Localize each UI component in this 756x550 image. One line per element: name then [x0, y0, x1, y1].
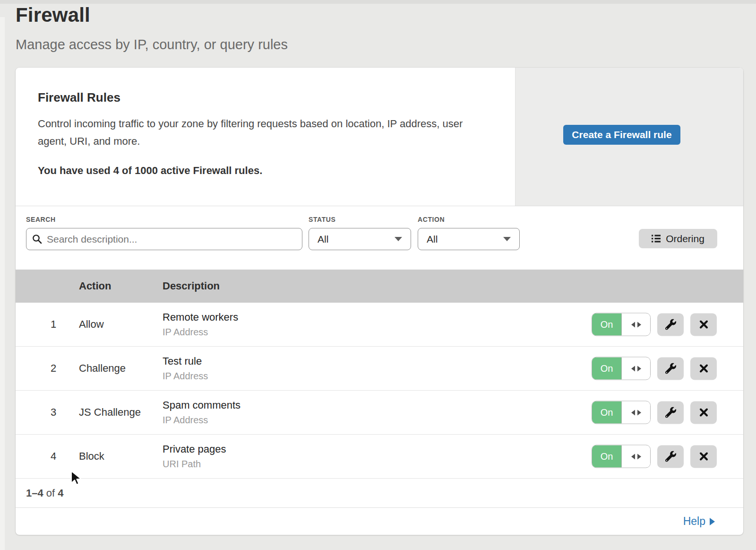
toggle-handle[interactable] [621, 314, 650, 336]
help-bar: Help [16, 508, 743, 535]
rule-match-field: IP Address [163, 415, 241, 426]
table-row: 3 JS Challenge Spam comments IP Address … [16, 391, 743, 435]
arrow-right-icon [637, 454, 641, 459]
rule-match-field: IP Address [163, 371, 208, 382]
wrench-icon [665, 363, 676, 374]
rule-description: Spam comments IP Address [163, 399, 241, 426]
rule-controls: On [592, 313, 717, 336]
close-icon [699, 408, 708, 417]
rule-description-title: Test rule [163, 355, 208, 367]
status-select-value: All [318, 234, 328, 245]
toggle-on-label: On [592, 445, 621, 468]
rule-description: Test rule IP Address [163, 355, 208, 382]
rule-enabled-toggle[interactable]: On [592, 401, 651, 424]
rule-enabled-toggle[interactable]: On [592, 313, 651, 336]
pagination-bar: 1–4 of 4 [16, 479, 743, 508]
rules-usage-note: You have used 4 of 1000 active Firewall … [38, 165, 262, 177]
wrench-icon [665, 451, 676, 462]
filters-bar: SEARCH STATUS All ACTION All [16, 206, 743, 270]
arrow-left-icon [631, 410, 635, 415]
pagination-of-text: of [46, 487, 55, 499]
window-left-edge [0, 17, 5, 550]
status-select[interactable]: All [309, 228, 411, 250]
table-row: 2 Challenge Test rule IP Address On [16, 347, 743, 391]
wrench-icon [665, 407, 676, 418]
toggle-on-label: On [592, 402, 621, 424]
rule-controls: On [592, 357, 717, 380]
help-link-label: Help [683, 515, 705, 528]
help-link[interactable]: Help [683, 515, 715, 528]
toggle-on-label: On [592, 314, 621, 336]
search-icon [32, 234, 42, 244]
create-firewall-rule-button[interactable]: Create a Firewall rule [563, 125, 680, 145]
ordering-button-label: Ordering [666, 233, 704, 244]
arrow-left-icon [631, 366, 635, 371]
action-label: ACTION [418, 216, 445, 223]
search-label: SEARCH [26, 216, 56, 223]
rule-controls: On [592, 445, 717, 468]
delete-rule-button[interactable] [690, 357, 717, 380]
toggle-handle[interactable] [621, 358, 650, 380]
table-row: 4 Block Private pages URI Path On [16, 435, 743, 479]
action-select[interactable]: All [418, 228, 520, 250]
rule-description: Private pages URI Path [163, 443, 226, 470]
firewall-rules-card: Firewall Rules Control incoming traffic … [16, 68, 743, 535]
rule-priority: 2 [44, 362, 63, 375]
arrow-right-icon [637, 410, 641, 415]
ordering-button[interactable]: Ordering [639, 229, 717, 248]
rule-action: Challenge [79, 362, 126, 375]
close-icon [699, 452, 708, 461]
table-header: Action Description [16, 270, 743, 303]
page-subtitle: Manage access by IP, country, or query r… [16, 37, 288, 52]
page-title: Firewall [16, 4, 90, 26]
rule-description-title: Remote workers [163, 311, 238, 323]
edit-rule-button[interactable] [657, 313, 684, 336]
edit-rule-button[interactable] [657, 445, 684, 468]
rule-enabled-toggle[interactable]: On [592, 445, 651, 468]
action-select-value: All [427, 234, 438, 245]
card-intro-section: Firewall Rules Control incoming traffic … [16, 68, 743, 206]
arrow-right-icon [637, 366, 641, 371]
chevron-down-icon [503, 237, 511, 241]
toggle-on-label: On [592, 358, 621, 380]
card-description: Control incoming traffic to your zone by… [38, 115, 489, 150]
arrow-left-icon [631, 322, 635, 327]
rule-description: Remote workers IP Address [163, 311, 238, 338]
window-top-edge [0, 0, 756, 4]
rule-priority: 3 [44, 406, 63, 419]
rule-match-field: URI Path [163, 459, 226, 470]
toggle-handle[interactable] [621, 402, 650, 424]
delete-rule-button[interactable] [690, 313, 717, 336]
arrow-right-icon [710, 518, 715, 525]
rule-action: JS Challenge [79, 406, 141, 419]
pagination-total: 4 [58, 487, 63, 499]
rule-description-title: Private pages [163, 443, 226, 455]
rule-enabled-toggle[interactable]: On [592, 357, 651, 380]
search-input[interactable] [47, 234, 296, 245]
edit-rule-button[interactable] [657, 357, 684, 380]
column-header-description: Description [163, 270, 220, 303]
arrow-right-icon [637, 322, 641, 327]
arrow-left-icon [631, 454, 635, 459]
rule-action: Allow [79, 318, 104, 331]
rule-match-field: IP Address [163, 327, 238, 338]
close-icon [699, 320, 708, 329]
edit-rule-button[interactable] [657, 401, 684, 424]
rule-description-title: Spam comments [163, 399, 241, 411]
card-heading: Firewall Rules [38, 90, 120, 105]
pagination-range: 1–4 of 4 [26, 479, 64, 508]
column-header-action: Action [79, 270, 111, 303]
close-icon [699, 364, 708, 373]
rule-priority: 1 [44, 318, 63, 331]
table-row: 1 Allow Remote workers IP Address On [16, 303, 743, 347]
toggle-handle[interactable] [621, 445, 650, 468]
delete-rule-button[interactable] [690, 445, 717, 468]
chevron-down-icon [395, 237, 402, 241]
delete-rule-button[interactable] [690, 401, 717, 424]
rule-action: Block [79, 450, 104, 463]
pagination-range-start: 1–4 [26, 487, 43, 499]
ordered-list-icon [652, 235, 661, 243]
rule-priority: 4 [44, 450, 63, 463]
rule-controls: On [592, 401, 717, 424]
search-box[interactable] [26, 228, 302, 250]
